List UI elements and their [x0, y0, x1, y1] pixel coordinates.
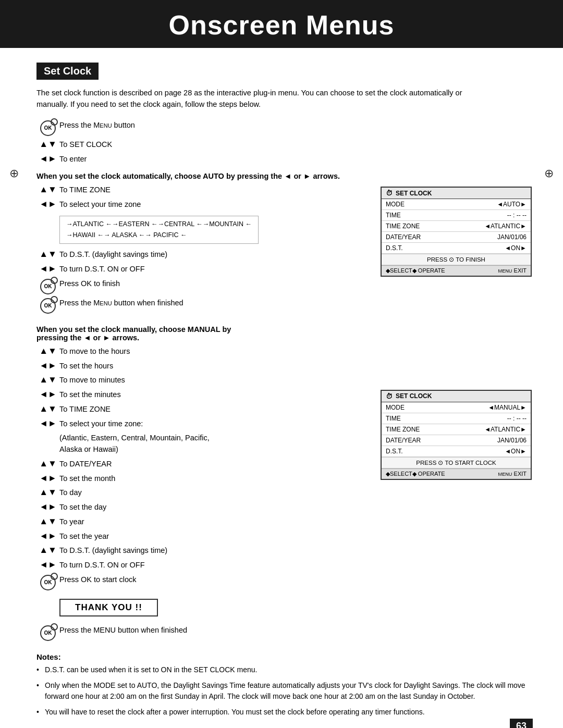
clock-timezone-row: TIME ZONE ◄ATLANTIC►: [382, 221, 531, 232]
clock-nav-right: MENU EXIT: [498, 471, 527, 477]
clock-timezone-row: TIME ZONE ◄ATLANTIC►: [382, 424, 531, 435]
step-text: To SET CLOCK: [59, 139, 112, 151]
step-text: To set the year: [59, 531, 109, 542]
man-step-13: ▲▼ To D.S.T. (daylight savings time): [36, 545, 370, 557]
clock-mode-row: MODE ◄MANUAL►: [382, 402, 531, 413]
clock-time-row: TIME -- : -- --: [382, 413, 531, 424]
auto-step-dst-toggle: ◄► To turn D.S.T. ON or OFF: [36, 264, 370, 275]
step-text: To move to minutes: [59, 375, 125, 386]
clock-nav-right: MENU EXIT: [498, 267, 527, 274]
clock-press-finish: PRESS ⊙ TO FINISH: [382, 254, 531, 265]
ok-icon: OK: [36, 298, 59, 314]
step-text: Press OK to start clock: [59, 574, 136, 586]
ud-arrow-icon: ▲▼: [36, 546, 59, 554]
clock-icon: ⏱: [386, 189, 393, 197]
step-text: To turn D.S.T. ON or OFF: [59, 264, 145, 275]
clock-dst-row: D.S.T. ◄ON►: [382, 243, 531, 254]
clock-dst-row: D.S.T. ◄ON►: [382, 446, 531, 457]
ok-icon: OK: [36, 279, 59, 294]
registration-mark-right: ⊕: [544, 167, 554, 180]
registration-mark-left: ⊕: [9, 167, 19, 180]
auto-step-ok-finish: OK Press OK to finish: [36, 278, 370, 294]
clock-nav-left: ◆SELECT◆ OPERATE: [386, 471, 445, 477]
ud-arrow-icon: ▲▼: [36, 488, 59, 497]
notes-heading: Notes:: [36, 652, 532, 661]
step-set-clock: ▲▼ To SET CLOCK: [36, 139, 532, 151]
man-step-10: ◄► To set the day: [36, 502, 370, 513]
auto-heading: When you set the clock automatically, ch…: [36, 172, 532, 180]
clock-dateyear-row: DATE/YEAR JAN/01/06: [382, 232, 531, 243]
manual-clock-panel-col: ⏱ SET CLOCK MODE ◄MANUAL► TIME -- : -- -…: [381, 346, 532, 480]
man-step-6: ◄► To select your time zone:: [36, 418, 370, 430]
man-step-12: ◄► To set the year: [36, 531, 370, 542]
thank-you-box: THANK YOU !!: [59, 599, 158, 616]
lr-arrow-icon: ◄►: [36, 154, 59, 163]
step-text: Press OK to finish: [59, 278, 120, 290]
page-number: 63: [510, 719, 533, 728]
man-step-6b: (Atlantic, Eastern, Central, Mountain, P…: [36, 433, 370, 455]
step-text: To enter: [59, 154, 87, 165]
step-text: To select your time zone: [59, 199, 141, 211]
ud-arrow-icon: ▲▼: [36, 459, 59, 468]
ud-arrow-icon: ▲▼: [36, 347, 59, 355]
ok-icon: OK: [36, 625, 59, 641]
step-text: To TIME ZONE: [59, 184, 111, 196]
clock-panel-title: ⏱ SET CLOCK: [382, 188, 531, 199]
step-text: To select your time zone:: [59, 418, 143, 430]
man-step-1: ▲▼ To move to the hours: [36, 346, 370, 357]
notes-list: D.S.T. can be used when it is set to ON …: [36, 664, 532, 718]
step-text: To D.S.T. (daylight savings time): [59, 249, 167, 261]
man-step-5: ▲▼ To TIME ZONE: [36, 404, 370, 415]
lr-arrow-icon: ◄►: [36, 200, 59, 208]
clock-dateyear-row: DATE/YEAR JAN/01/06: [382, 435, 531, 446]
section-heading: Set Clock: [36, 63, 99, 80]
step-text: To D.S.T. (daylight savings time): [59, 545, 167, 557]
manual-section: ▲▼ To move to the hours ◄► To set the ho…: [36, 346, 532, 644]
ud-arrow-icon: ▲▼: [36, 140, 59, 149]
auto-step-select-tz: ◄► To select your time zone: [36, 199, 370, 211]
man-step-14: ◄► To turn D.S.T. ON or OFF: [36, 560, 370, 571]
clock-time-row: TIME -- : -- --: [382, 210, 531, 221]
ok-icon: OK: [36, 120, 59, 136]
note-item: Only when the MODE set to AUTO, the Dayl…: [36, 680, 532, 702]
man-step-2: ◄► To set the hours: [36, 361, 370, 372]
auto-step-timezone: ▲▼ To TIME ZONE: [36, 184, 370, 196]
clock-panel-title-text: SET CLOCK: [396, 190, 432, 197]
clock-panel-title-text: SET CLOCK: [396, 392, 432, 400]
clock-press-start: PRESS ⊙ TO START CLOCK: [382, 457, 531, 468]
note-item: You will have to reset the clock after a…: [36, 707, 532, 718]
step-text: Press the MENU button when finished: [59, 625, 187, 636]
clock-panel-auto: ⏱ SET CLOCK MODE ◄AUTO► TIME -- : -- -- …: [381, 187, 532, 277]
lr-arrow-icon: ◄►: [36, 502, 59, 511]
clock-icon: ⏱: [386, 392, 393, 400]
step-text: To set the minutes: [59, 389, 121, 401]
note-item: D.S.T. can be used when it is set to ON …: [36, 664, 532, 676]
auto-step-dst: ▲▼ To D.S.T. (daylight savings time): [36, 249, 370, 261]
clock-nav-left: ◆SELECT◆ OPERATE: [386, 267, 445, 274]
ud-arrow-icon: ▲▼: [36, 517, 59, 526]
man-step-8: ◄► To set the month: [36, 473, 370, 485]
step-text: To set the hours: [59, 361, 113, 372]
step-text: To year: [59, 516, 84, 528]
step-text: To set the month: [59, 473, 115, 485]
auto-section: ▲▼ To TIME ZONE ◄► To select your time z…: [36, 184, 532, 317]
clock-nav-row: ◆SELECT◆ OPERATE MENU EXIT: [382, 265, 531, 276]
auto-steps-col: ▲▼ To TIME ZONE ◄► To select your time z…: [36, 184, 370, 317]
intro-text: The set clock function is described on p…: [36, 87, 490, 110]
manual-heading: When you set the clock manually, choose …: [36, 325, 532, 342]
lr-arrow-icon: ◄►: [36, 560, 59, 569]
timezone-flow-line2: →HAWAII ←→ ALASKA ←→ PACIFIC ←: [66, 230, 252, 241]
ok-icon: OK: [36, 575, 59, 590]
clock-mode-row: MODE ◄AUTO►: [382, 199, 531, 210]
step-menu-button: OK Press the MENU button: [36, 120, 532, 136]
man-step-9: ▲▼ To day: [36, 487, 370, 499]
step-text: To TIME ZONE: [59, 404, 111, 415]
lr-arrow-icon: ◄►: [36, 474, 59, 483]
step-text: Press the MENU button: [59, 120, 135, 131]
step-text: To turn D.S.T. ON or OFF: [59, 560, 145, 571]
clock-panel-manual: ⏱ SET CLOCK MODE ◄MANUAL► TIME -- : -- -…: [381, 390, 532, 480]
timezone-flow-line1: →ATLANTIC ←→EASTERN ←→CENTRAL ←→MOUNTAIN…: [66, 219, 252, 230]
manual-steps-col: ▲▼ To move to the hours ◄► To set the ho…: [36, 346, 370, 644]
step-text: Press the MENU button when finished: [59, 298, 183, 309]
man-step-11: ▲▼ To year: [36, 516, 370, 528]
